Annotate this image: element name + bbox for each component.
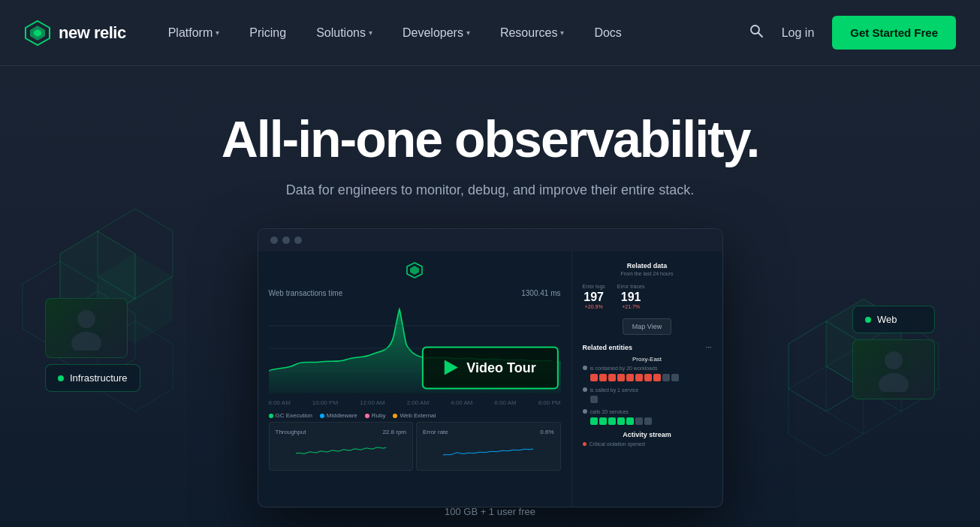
person-thumbnail <box>68 306 105 351</box>
calls-hex-dots <box>590 417 712 425</box>
bottom-bar: 100 GB + 1 user free <box>0 504 980 518</box>
hex-dot <box>599 374 607 381</box>
svg-marker-21 <box>410 266 419 275</box>
panel-logo <box>406 262 423 279</box>
svg-point-25 <box>885 351 903 369</box>
service-hex-dots <box>590 396 712 403</box>
sub-charts: Throughput 22.8 rpm Error rate 0.6% <box>269 422 561 471</box>
window-titlebar <box>258 229 722 251</box>
chart-title: Web transactions time 1300.41 ms <box>269 289 561 297</box>
activity-dot <box>583 442 586 446</box>
hex-dot <box>626 374 634 381</box>
hex-dot <box>590 374 598 381</box>
navbar-left: new relic Platform ▾ Pricing Solutions ▾… <box>24 20 634 47</box>
nav-docs[interactable]: Docs <box>582 20 633 46</box>
nav-developers[interactable]: Developers ▾ <box>390 20 482 46</box>
nav-resources[interactable]: Resources ▾ <box>488 20 576 46</box>
infrastructure-card: Infrastructure <box>45 298 140 392</box>
hex-dot <box>644 417 652 425</box>
window-dot-1 <box>270 236 278 244</box>
bottom-text: 100 GB + 1 user free <box>445 506 535 517</box>
logo-text: new relic <box>59 23 126 43</box>
throughput-sparkline <box>296 438 386 461</box>
navbar: new relic Platform ▾ Pricing Solutions ▾… <box>0 0 980 66</box>
logo[interactable]: new relic <box>24 20 126 47</box>
entity-called-desc: is called by 1 service <box>583 387 712 393</box>
infra-status-dot <box>58 375 64 381</box>
entity-contained-desc: is contained by 20 workloads <box>583 366 712 371</box>
chart-time-labels: 8:00 AM10:00 PM12:00 AM2:00 AM4:00 AM6:0… <box>269 399 561 406</box>
hex-dot <box>635 417 643 425</box>
infra-label-card: Infrastructure <box>45 364 140 392</box>
hex-dot <box>608 417 616 425</box>
related-data-panel: Related data From the last 24 hours Erro… <box>572 251 722 507</box>
web-label: Web <box>877 314 897 325</box>
search-button[interactable] <box>749 23 764 42</box>
chart-legend: GC Execution Middleware Ruby Web Externa… <box>269 412 561 419</box>
hex-dot <box>644 374 652 381</box>
throughput-chart: Throughput 22.8 rpm <box>269 422 414 471</box>
nav-links: Platform ▾ Pricing Solutions ▾ Developer… <box>156 20 634 46</box>
video-tour-label: Video Tour <box>466 360 535 375</box>
error-traces-metric: Error traces 191 +21.7% <box>617 284 645 309</box>
nav-solutions[interactable]: Solutions ▾ <box>304 20 384 46</box>
legend-dot-web-external <box>393 414 397 418</box>
hex-dot <box>608 374 616 381</box>
web-label-card: Web <box>852 306 935 333</box>
entity-calls-desc: calls 20 services <box>583 409 712 414</box>
legend-dot-gc <box>269 414 273 418</box>
workloads-hex-dots <box>590 374 712 381</box>
error-rate-sparkline <box>443 438 533 461</box>
get-started-button[interactable]: Get Started Free <box>832 16 956 50</box>
error-logs-metric: Error logs 197 +20.9% <box>583 284 605 309</box>
chevron-down-icon: ▾ <box>560 29 564 37</box>
logo-icon <box>24 20 51 47</box>
activity-item: Critical violation opened <box>583 441 712 447</box>
hex-dot <box>590 417 598 425</box>
map-view-button[interactable]: Map View <box>623 318 671 335</box>
metrics-row: Error logs 197 +20.9% Error traces 191 +… <box>583 284 712 309</box>
window-dot-3 <box>294 236 302 244</box>
legend-dot-middleware <box>320 414 324 418</box>
login-link[interactable]: Log in <box>782 26 815 40</box>
svg-point-19 <box>71 332 101 351</box>
hero-title: All-in-one observability. <box>24 111 956 167</box>
window-dot-2 <box>282 236 290 244</box>
hex-dot <box>635 374 643 381</box>
web-status-dot <box>865 317 871 323</box>
dashboard-mockup: Web transactions time 1300.41 ms <box>258 228 723 507</box>
video-tour-button[interactable]: Video Tour <box>421 346 558 389</box>
hex-dot <box>617 417 625 425</box>
svg-point-26 <box>879 373 909 392</box>
hex-dot <box>599 417 607 425</box>
web-card: Web <box>852 306 935 399</box>
nav-pricing[interactable]: Pricing <box>237 20 298 46</box>
nav-platform[interactable]: Platform ▾ <box>156 20 232 46</box>
person-thumbnail-right <box>875 347 912 392</box>
entity-contained-dot <box>583 366 587 370</box>
svg-point-18 <box>77 310 95 328</box>
hex-dot <box>671 374 679 381</box>
play-icon <box>444 360 457 375</box>
error-rate-chart: Error rate 0.6% <box>416 422 561 471</box>
hex-dot <box>617 374 625 381</box>
hex-dot <box>590 396 598 403</box>
hex-dot <box>653 374 661 381</box>
related-entities-header: Related entities ··· <box>583 344 712 351</box>
chevron-down-icon: ▾ <box>216 29 219 37</box>
svg-marker-6 <box>98 209 173 299</box>
hex-dot <box>626 417 634 425</box>
entity-calls-dot <box>583 409 587 414</box>
navbar-right: Log in Get Started Free <box>749 16 956 50</box>
hero-subtitle: Data for engineers to monitor, debug, an… <box>24 182 956 198</box>
chevron-down-icon: ▾ <box>369 29 372 37</box>
svg-line-4 <box>758 33 762 38</box>
hex-dot <box>662 374 670 381</box>
entity-called-dot <box>583 387 587 392</box>
hero-section: All-in-one observability. Data for engin… <box>0 66 980 527</box>
infra-label: Infrastructure <box>70 372 128 384</box>
search-icon <box>749 23 764 38</box>
chevron-down-icon: ▾ <box>466 29 470 37</box>
legend-dot-ruby <box>365 414 369 418</box>
